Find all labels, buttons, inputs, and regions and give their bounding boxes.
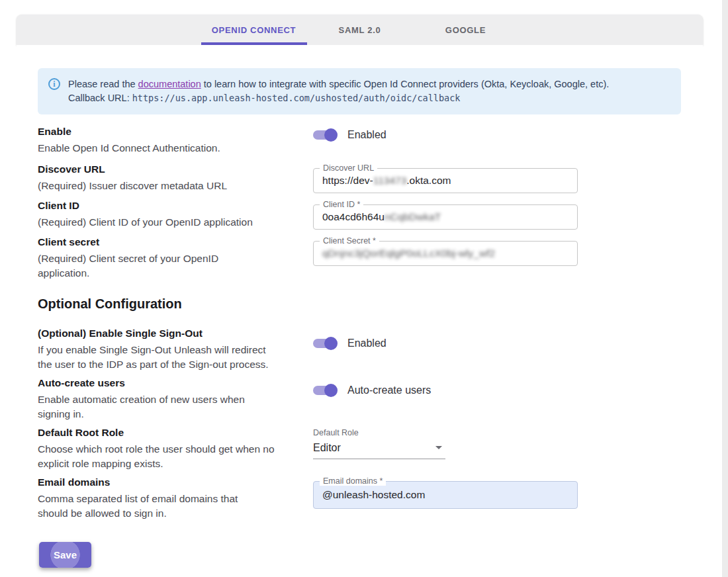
client-secret-value-redacted: qDnjnc3jQorEqlgP0oLLcX0bj-wly_wf2 [322, 247, 495, 259]
client-id-description: (Required) Client ID of your OpenID appl… [38, 215, 297, 230]
tab-label: OPENID CONNECT [212, 25, 296, 35]
discover-url-value-redacted: 113473 [373, 175, 407, 187]
tab-google[interactable]: GOOGLE [413, 15, 519, 45]
info-banner: i Please read the documentation to learn… [38, 68, 681, 114]
client-id-value: 0oa4cd6h64u [322, 211, 385, 223]
single-sign-out-description: If you enable Single Sign-Out Unleash wi… [38, 343, 297, 372]
auto-create-users-title: Auto-create users [38, 377, 297, 389]
discover-url-field-label: Discover URL [320, 163, 377, 173]
enable-description: Enable Open Id Connect Authentication. [38, 141, 297, 155]
toggle-thumb [324, 128, 338, 142]
single-sign-out-toggle-label: Enabled [347, 337, 387, 349]
scrollbar[interactable] [722, 0, 728, 577]
sso-settings-card: OPENID CONNECT SAML 2.0 GOOGLE i Please … [17, 15, 703, 568]
auth-provider-tabs: OPENID CONNECT SAML 2.0 GOOGLE [17, 15, 703, 45]
discover-url-value: https://dev- [322, 175, 373, 187]
discover-url-row: Discover URL (Required) Issuer discover … [38, 163, 681, 193]
email-domains-title: Email domains [38, 476, 297, 488]
callback-url: https://us.app.unleash-hosted.com/ushost… [132, 93, 461, 103]
client-secret-title: Client secret [38, 236, 297, 248]
documentation-link[interactable]: documentation [138, 79, 201, 89]
discover-url-input[interactable]: Discover URL https://dev-113473.okta.com [313, 168, 578, 193]
chevron-down-icon [435, 446, 442, 449]
tab-label: SAML 2.0 [339, 25, 381, 35]
callback-label: Callback URL: [68, 93, 132, 103]
client-id-input[interactable]: Client ID * 0oa4cd6h64unCqbDwkaT [313, 204, 578, 230]
default-role-label: Default Role [313, 428, 445, 437]
default-root-role-row: Default Root Role Choose which root role… [38, 427, 681, 471]
client-id-title: Client ID [38, 200, 297, 212]
auto-create-users-description: Enable automatic creation of new users w… [38, 392, 297, 422]
auto-create-users-toggle-label: Auto-create users [347, 384, 431, 396]
client-secret-row: Client secret (Required) Client secret o… [38, 236, 681, 281]
save-button[interactable]: Save [39, 542, 91, 568]
enable-toggle[interactable] [313, 128, 338, 142]
discover-url-value-suffix: .okta.com [406, 175, 451, 187]
email-domains-description: Comma separated list of email domains th… [38, 492, 297, 521]
discover-url-description: (Required) Issuer discover metadata URL [38, 179, 297, 193]
default-role-value: Editor [313, 442, 341, 453]
toggle-thumb [324, 384, 338, 397]
banner-text-before: Please read the [68, 79, 138, 89]
tab-label: GOOGLE [445, 25, 486, 35]
auto-create-users-row: Auto-create users Enable automatic creat… [38, 377, 681, 422]
discover-url-title: Discover URL [38, 163, 297, 175]
default-root-role-title: Default Root Role [38, 427, 297, 439]
default-role-select[interactable]: Editor [313, 442, 445, 459]
enable-title: Enable [38, 126, 297, 138]
optional-configuration-heading: Optional Configuration [38, 296, 681, 312]
single-sign-out-toggle[interactable] [313, 337, 338, 350]
client-id-row: Client ID (Required) Client ID of your O… [38, 200, 681, 230]
client-secret-input[interactable]: Client Secret * qDnjnc3jQorEqlgP0oLLcX0b… [313, 241, 578, 266]
enable-row: Enable Enable Open Id Connect Authentica… [38, 126, 681, 155]
default-root-role-description: Choose which root role the user should g… [38, 442, 297, 471]
info-banner-text: Please read the documentation to learn h… [68, 77, 609, 105]
toggle-thumb [324, 337, 338, 350]
email-domains-input[interactable]: Email domains * @unleash-hosted.com [313, 481, 578, 509]
client-id-value-redacted: nCqbDwkaT [385, 211, 441, 223]
email-domains-row: Email domains Comma separated list of em… [38, 476, 681, 521]
email-domains-field-label: Email domains * [320, 476, 386, 486]
client-secret-description: (Required) Client secret of your OpenID … [38, 251, 297, 281]
tab-content: i Please read the documentation to learn… [17, 45, 703, 568]
enable-toggle-label: Enabled [347, 129, 387, 141]
client-secret-field-label: Client Secret * [320, 236, 379, 245]
auto-create-users-toggle[interactable] [313, 384, 338, 397]
client-id-field-label: Client ID * [320, 200, 363, 209]
email-domains-value: @unleash-hosted.com [322, 489, 425, 501]
banner-text-after: to learn how to integrate with specific … [201, 79, 610, 89]
tab-openid-connect[interactable]: OPENID CONNECT [201, 15, 307, 45]
single-sign-out-row: (Optional) Enable Single Sign-Out If you… [38, 328, 681, 372]
tab-saml[interactable]: SAML 2.0 [307, 15, 413, 45]
info-icon: i [48, 78, 60, 90]
single-sign-out-title: (Optional) Enable Single Sign-Out [38, 328, 297, 339]
